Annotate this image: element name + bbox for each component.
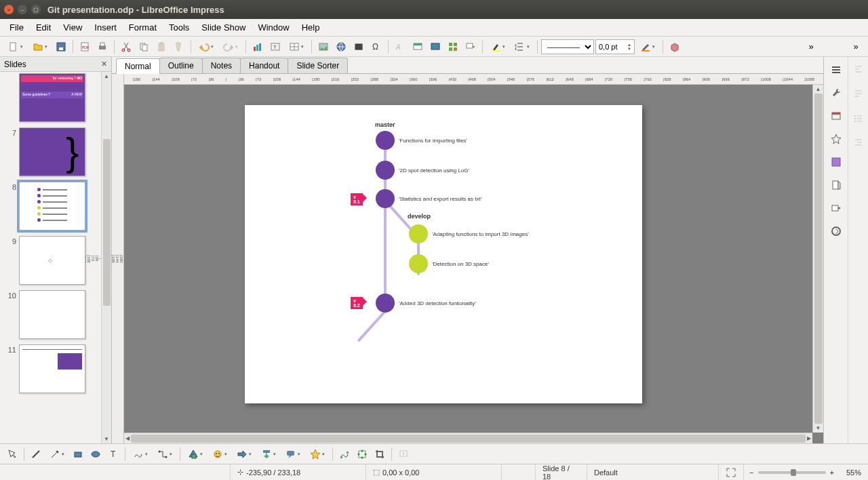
menu-help[interactable]: Help — [296, 20, 326, 35]
zoom-slider[interactable] — [758, 471, 826, 474]
window-maximize-button[interactable]: ▢ — [31, 5, 41, 14]
slide-viewport[interactable]: master develop v 0.1 v 0.2 'Functions fo… — [124, 85, 823, 443]
basic-shapes-tool[interactable] — [184, 446, 207, 462]
tab-slide-sorter[interactable]: Slide Sorter — [288, 58, 348, 73]
viewport-vertical-scrollbar[interactable]: ▲▼ — [812, 85, 823, 433]
copy-button[interactable] — [136, 39, 152, 55]
menu-edit[interactable]: Edit — [31, 20, 56, 35]
line-tool[interactable] — [28, 446, 44, 462]
sidebar-overflow-button[interactable]: » — [848, 39, 864, 55]
branch-label-master: master — [375, 121, 395, 128]
line-color-button[interactable] — [636, 39, 659, 55]
transition-icon[interactable] — [827, 222, 845, 240]
symbol-shapes-tool[interactable] — [208, 446, 231, 462]
menu-file[interactable]: File — [4, 20, 29, 35]
window-minimize-button[interactable]: – — [18, 5, 27, 14]
insert-slide-button[interactable] — [395, 446, 412, 462]
callouts-tool[interactable] — [281, 446, 304, 462]
gallery-icon[interactable] — [827, 107, 845, 125]
list-icon[interactable] — [850, 110, 867, 127]
glue-points-tool[interactable] — [354, 446, 370, 462]
menu-insert[interactable]: Insert — [89, 20, 122, 35]
svg-rect-57 — [263, 450, 270, 453]
menu-format[interactable]: Format — [123, 20, 162, 35]
slide-master-button[interactable] — [427, 39, 443, 55]
start-slideshow-button[interactable] — [462, 39, 479, 55]
stars-tool[interactable] — [306, 446, 329, 462]
undo-button[interactable] — [195, 39, 218, 55]
menu-tools[interactable]: Tools — [163, 20, 195, 35]
align-icon[interactable] — [850, 61, 867, 79]
svg-rect-60 — [347, 452, 349, 454]
cut-button[interactable] — [118, 39, 134, 55]
tab-outline[interactable]: Outline — [159, 58, 203, 73]
select-tool[interactable] — [4, 446, 20, 462]
menu-view[interactable]: View — [58, 20, 87, 35]
slide-panel-scrollbar[interactable]: ▲▼ — [101, 72, 111, 443]
extrusion-button[interactable] — [667, 39, 683, 55]
chart-button[interactable] — [250, 39, 266, 55]
fit-page-icon[interactable] — [719, 464, 744, 480]
export-pdf-button[interactable]: PDF — [77, 39, 93, 55]
svg-line-46 — [33, 451, 39, 458]
line-width-spinner[interactable]: 0,0 pt▲▼ — [595, 39, 635, 54]
slide-canvas[interactable]: master develop v 0.1 v 0.2 'Functions fo… — [245, 105, 642, 403]
insert-hyperlink-button[interactable] — [333, 39, 349, 55]
star-icon[interactable] — [827, 130, 845, 148]
arrow-tool[interactable] — [45, 446, 68, 462]
zoom-in-button[interactable]: + — [830, 468, 834, 477]
tab-handout[interactable]: Handout — [240, 58, 288, 73]
table-button[interactable] — [285, 39, 308, 55]
line-style-combo[interactable]: ——————— — [541, 39, 594, 54]
presentation-button[interactable] — [410, 39, 426, 55]
paste-button[interactable] — [153, 39, 170, 55]
text-button[interactable]: T — [267, 39, 283, 55]
textbox-tool[interactable]: T — [105, 446, 121, 462]
menu-slideshow[interactable]: Slide Show — [196, 20, 251, 35]
svg-rect-48 — [75, 452, 81, 457]
zoom-percent[interactable]: 55% — [840, 464, 868, 480]
curve-tool[interactable] — [129, 446, 152, 462]
toolbar-overflow-button[interactable]: » — [803, 39, 819, 55]
slide-sorter-button[interactable] — [445, 39, 461, 55]
wrench-icon[interactable] — [827, 84, 845, 102]
commit-node-6 — [376, 294, 395, 313]
styles-icon[interactable] — [827, 153, 845, 171]
animation-icon[interactable] — [827, 199, 845, 217]
connector-tool[interactable] — [153, 446, 176, 462]
master-pages-icon[interactable] — [827, 176, 845, 194]
properties-panel-icon[interactable] — [827, 61, 845, 79]
tab-notes[interactable]: Notes — [202, 58, 241, 73]
indent-icon[interactable] — [850, 134, 867, 152]
svg-text:T: T — [111, 449, 116, 459]
points-tool[interactable] — [336, 446, 353, 462]
new-doc-button[interactable] — [4, 39, 27, 55]
save-button[interactable] — [53, 39, 69, 55]
svg-rect-28 — [414, 43, 422, 45]
menu-window[interactable]: Window — [252, 20, 294, 35]
viewport-horizontal-scrollbar[interactable]: ◀▶ — [124, 433, 812, 443]
ellipse-tool[interactable] — [87, 446, 104, 462]
crop-tool[interactable] — [372, 446, 388, 462]
zoom-out-button[interactable]: − — [749, 468, 753, 477]
commit-node-2 — [376, 161, 395, 180]
redo-button[interactable] — [219, 39, 242, 55]
line-spacing-button[interactable] — [511, 39, 534, 55]
insert-movie-button[interactable] — [351, 39, 367, 55]
insert-special-char-button[interactable]: Ω — [368, 39, 384, 55]
window-close-button[interactable]: × — [4, 5, 14, 14]
svg-rect-58 — [287, 451, 294, 456]
open-button[interactable] — [28, 39, 52, 55]
tab-normal[interactable]: Normal — [116, 58, 160, 74]
block-arrows-tool[interactable] — [233, 446, 256, 462]
paragraph-icon[interactable] — [850, 85, 867, 103]
flowchart-tool[interactable] — [257, 446, 280, 462]
slide-panel-close-icon[interactable]: ✕ — [101, 60, 107, 68]
print-button[interactable] — [94, 39, 111, 55]
format-paintbrush-button[interactable] — [171, 39, 187, 55]
rectangle-tool[interactable] — [70, 446, 86, 462]
fontwork-button[interactable]: A — [392, 39, 408, 55]
insert-image-button[interactable] — [315, 39, 332, 55]
svg-point-65 — [361, 456, 363, 458]
highlight-button[interactable] — [486, 39, 509, 55]
